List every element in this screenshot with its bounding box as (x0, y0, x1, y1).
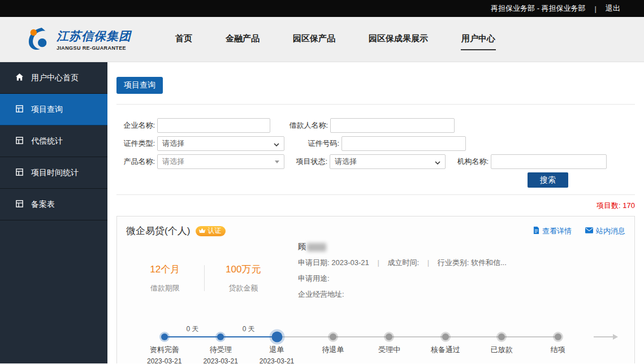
step-duration: 0 天 (243, 324, 255, 334)
project-count-label: 项目数: (597, 201, 621, 210)
cert-type-select[interactable]: 请选择 (157, 136, 284, 151)
product-name-label: 产品名称: (116, 157, 155, 167)
loan-stats: 12个月 借款期限 100万元 贷款金额 (126, 242, 282, 305)
redacted-name-blur (307, 243, 326, 252)
project-status-label: 项目状态: (289, 157, 327, 167)
department-menu[interactable]: 再担保业务部 - 再担保业务部 (491, 3, 586, 14)
timeline-node[interactable] (442, 333, 449, 340)
triangle-down-icon (275, 161, 279, 163)
view-detail-link[interactable]: 查看详情 (533, 226, 572, 236)
step-label: 核备通过 (417, 345, 473, 355)
cert-no-input[interactable] (342, 136, 466, 151)
loan-amount-stat: 100万元 贷款金额 (205, 263, 283, 293)
envelope-icon (585, 227, 593, 235)
timeline-step-in-process: 受理中 (361, 323, 417, 363)
nav-item-park-results[interactable]: 园区保成果展示 (368, 28, 429, 50)
sidebar-item-label: 代偿统计 (31, 136, 63, 146)
company-name-input[interactable] (157, 118, 270, 133)
timeline-node-current[interactable] (271, 332, 282, 343)
logo-text: 江苏信保集团 JIANGSU RE-GUARANTEE (57, 28, 131, 51)
page-tag-project-query[interactable]: 项目查询 (116, 77, 163, 94)
timeline-node[interactable] (161, 333, 168, 340)
borrower-name-label: 借款人名称: (283, 120, 328, 131)
header: 江苏信保集团 JIANGSU RE-GUARANTEE 首页 金融产品 园区保产… (0, 17, 644, 62)
loan-term-value: 12个月 (126, 263, 204, 276)
product-name-value: 请选择 (162, 157, 184, 167)
industry-value: 软件和信... (471, 258, 507, 267)
timeline-node[interactable] (386, 333, 392, 340)
search-button[interactable]: 搜索 (528, 172, 568, 188)
topbar-separator: | (595, 5, 597, 13)
cert-no-label: 证件号码: (294, 138, 339, 149)
project-count-value: 170 (623, 201, 635, 210)
nav-item-home[interactable]: 首页 (175, 28, 193, 50)
site-message-link[interactable]: 站内消息 (585, 226, 625, 236)
timeline-step-disbursed: 已放款 (474, 323, 530, 363)
sidebar-item-label: 用户中心首页 (31, 73, 79, 83)
timeline-step-approved: 核备通过 (417, 323, 473, 363)
sidebar-item-project-query[interactable]: 项目查询 (0, 94, 107, 125)
address-label: 企业经营地址: (298, 290, 344, 298)
sidebar-item-label: 项目时间统计 (31, 168, 79, 178)
product-name-select[interactable]: 请选择 (157, 154, 284, 169)
loan-term-label: 借款期限 (126, 283, 204, 293)
loan-term-stat: 12个月 借款期限 (126, 263, 204, 293)
timeline-step-pending-return: 待退单 (305, 323, 361, 363)
company-logo[interactable]: 江苏信保集团 JIANGSU RE-GUARANTEE (25, 27, 160, 53)
chevron-down-icon (274, 140, 279, 148)
step-date (361, 357, 417, 363)
main-nav: 首页 金融产品 园区保产品 园区保成果展示 用户中心 (175, 28, 496, 50)
home-icon (15, 73, 24, 83)
sidebar-item-user-center-home[interactable]: 用户中心首页 (0, 62, 107, 94)
sidebar: 用户中心首页 项目查询 代偿统计 项目时间统计 备案表 (0, 62, 107, 363)
org-name-input[interactable] (491, 154, 607, 169)
main-content: 项目查询 企业名称: 借款人名称: 证件类型: 请选择 (107, 62, 644, 363)
nav-item-park-products[interactable]: 园区保产品 (292, 28, 336, 50)
logout-link[interactable]: 退出 (606, 3, 620, 14)
chevron-down-icon (435, 158, 440, 166)
step-label: 待退单 (305, 345, 361, 355)
timeline-node[interactable] (217, 333, 224, 340)
timeline-node[interactable] (555, 333, 561, 340)
loan-amount-value: 100万元 (205, 263, 283, 276)
cert-type-value: 请选择 (162, 138, 184, 149)
sidebar-item-label: 备案表 (31, 200, 55, 210)
detail-line-address: 企业经营地址: (298, 289, 507, 300)
cert-type-label: 证件类型: (116, 138, 155, 149)
sidebar-item-record-form[interactable]: 备案表 (0, 189, 107, 220)
timeline-arrow-icon (586, 323, 625, 363)
apply-date-value: 2023-03-21 (331, 258, 369, 267)
top-bar: 再担保业务部 - 再担保业务部 | 退出 (0, 0, 644, 17)
timeline-node[interactable] (498, 333, 505, 340)
establish-date-label: 成立时间: (387, 258, 419, 267)
step-date (530, 357, 586, 363)
nav-item-user-center[interactable]: 用户中心 (461, 28, 496, 50)
sidebar-item-compensation-stats[interactable]: 代偿统计 (0, 125, 107, 157)
apply-date-label: 申请日期: (298, 258, 330, 267)
company-name-label: 企业名称: (116, 120, 155, 131)
logo-title: 江苏信保集团 (57, 28, 131, 44)
timeline-step-data-complete: 资料完善 2023-03-21 (136, 323, 192, 363)
crown-icon (198, 227, 206, 235)
document-icon (15, 136, 24, 146)
project-count: 项目数: 170 (116, 201, 635, 211)
certified-badge-label: 认证 (208, 226, 221, 236)
step-label: 已放款 (474, 345, 530, 355)
sidebar-item-project-time-stats[interactable]: 项目时间统计 (0, 157, 107, 189)
logo-mark-icon (25, 27, 51, 53)
logo-subtitle: JIANGSU RE-GUARANTEE (57, 45, 131, 51)
step-label: 待受理 (192, 345, 248, 355)
field-separator: | (427, 258, 429, 267)
project-status-select[interactable]: 请选择 (330, 154, 446, 169)
project-status-value: 请选择 (335, 157, 357, 167)
timeline-step-pending-acceptance: 0 天 待受理 2023-03-21 (192, 323, 248, 363)
nav-item-financial-products[interactable]: 金融产品 (225, 28, 260, 50)
step-date: 2023-03-21 (249, 357, 305, 363)
step-label: 资料完善 (136, 345, 192, 355)
divider (116, 104, 635, 105)
timeline-node[interactable] (330, 333, 336, 340)
org-name-label: 机构名称: (450, 157, 489, 167)
field-separator: | (377, 258, 379, 267)
step-date (305, 357, 361, 363)
borrower-name-input[interactable] (330, 118, 455, 133)
